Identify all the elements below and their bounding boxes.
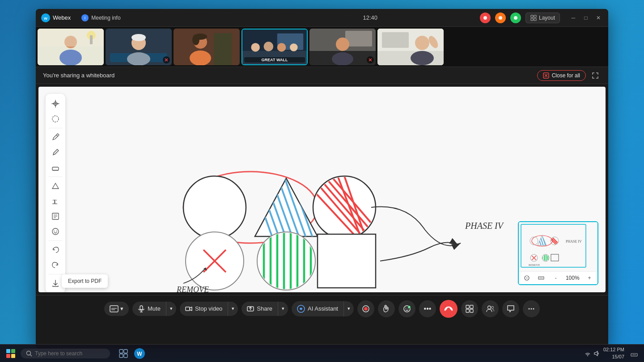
tool-move[interactable] (48, 97, 63, 111)
tool-divider-1 (48, 128, 63, 128)
caption-label: ▾ (120, 305, 123, 312)
participant-tile-5[interactable] (309, 29, 376, 65)
video-split-btn: Stop video ▾ (180, 302, 238, 316)
tile-name-4: GREAT WALL (244, 57, 305, 63)
system-tray (585, 350, 600, 357)
share-icon (247, 305, 254, 312)
bottom-more-btn[interactable] (523, 300, 540, 317)
taskbar-right: 02:12 PM 15/07 (585, 346, 640, 360)
svg-rect-11 (534, 18, 536, 21)
svg-point-68 (183, 176, 246, 239)
info-icon (81, 14, 89, 21)
svg-rect-169 (119, 349, 123, 353)
webex-icon: W (41, 13, 50, 22)
export-tooltip: Export to PDF (62, 274, 108, 288)
participant-tile-6[interactable] (377, 29, 444, 65)
zoom-out-icon: - (555, 275, 557, 281)
participant-tile-4[interactable]: GREAT WALL (242, 29, 308, 65)
svg-rect-4 (85, 17, 85, 17)
zoom-in-btn[interactable]: + (585, 274, 594, 282)
svg-rect-158 (466, 305, 469, 308)
video-dropdown[interactable]: ▾ (228, 302, 238, 315)
grid-layout-btn[interactable] (461, 300, 478, 317)
end-call-btn[interactable] (440, 300, 458, 318)
notification-icon (631, 350, 638, 357)
close-square-icon (543, 72, 549, 79)
tool-emoji[interactable] (48, 224, 63, 239)
svg-point-66 (56, 231, 57, 232)
share-btn[interactable]: Share (242, 302, 278, 316)
search-icon (26, 350, 32, 357)
video-icon (185, 305, 192, 312)
reaction-btn[interactable] (398, 300, 415, 317)
more-options-btn[interactable]: ••• (419, 300, 436, 317)
close-btn[interactable]: ✕ (594, 13, 603, 22)
tool-undo[interactable] (48, 243, 63, 257)
share-dropdown[interactable]: ▾ (278, 302, 288, 315)
start-btn[interactable] (4, 346, 18, 361)
title-bar-center: 12:40 (260, 14, 479, 21)
svg-rect-172 (124, 354, 127, 358)
chat-icon (507, 305, 515, 313)
tool-eraser[interactable] (48, 160, 63, 175)
caption-icon (110, 305, 119, 312)
tool-marker[interactable] (48, 145, 63, 160)
mute-dropdown[interactable]: ▾ (166, 302, 176, 315)
stop-video-btn[interactable]: Stop video (180, 302, 228, 316)
webex-logo: W Webex (41, 13, 71, 22)
svg-text:W: W (137, 351, 142, 357)
participant-tile-2[interactable] (106, 29, 172, 65)
svg-point-35 (264, 42, 273, 51)
zoom-out-btn[interactable]: - (551, 274, 560, 282)
close-for-all-btn[interactable]: Close for all (537, 70, 586, 81)
mic-icon (138, 305, 145, 312)
chat-btn[interactable] (502, 300, 519, 317)
tool-divider-4 (48, 274, 63, 274)
clock: 12:40 (363, 14, 377, 21)
participant-tile-3[interactable] (174, 29, 240, 65)
maximize-btn[interactable]: □ (581, 13, 590, 22)
minimap-content[interactable]: PHASE IV REMOVE (519, 222, 597, 271)
search-input[interactable] (35, 350, 97, 357)
participant-tile-1[interactable] (38, 29, 104, 65)
minimap-expand-btn[interactable] (537, 274, 546, 282)
webex-taskbar-btn[interactable]: W (132, 346, 147, 361)
time-display[interactable]: 02:12 PM 15/07 (603, 346, 624, 360)
svg-point-30 (192, 34, 199, 45)
tool-sticky[interactable] (48, 209, 63, 223)
layout-btn[interactable]: Layout (525, 13, 560, 23)
ai-dropdown[interactable]: ▾ (344, 302, 354, 315)
taskview-btn[interactable] (116, 346, 131, 361)
taskview-icon (119, 349, 128, 358)
volume-icon (593, 350, 600, 357)
mute-btn[interactable]: Mute (132, 302, 166, 316)
minimap-fit-btn[interactable] (522, 274, 531, 282)
mute-split-btn: Mute ▾ (132, 302, 176, 316)
ai-assistant-btn[interactable]: AI Assistant (292, 301, 344, 316)
whiteboard-container: T (36, 84, 608, 295)
tool-pen[interactable] (48, 130, 63, 144)
whiteboard[interactable]: T (38, 87, 606, 292)
tool-export[interactable] (48, 276, 63, 290)
expand-btn[interactable] (589, 70, 601, 81)
tool-select[interactable] (48, 112, 63, 126)
svg-rect-143 (186, 307, 190, 311)
caption-btn[interactable]: ▾ (104, 302, 129, 316)
svg-point-48 (415, 36, 429, 50)
meeting-info-btn[interactable]: Meeting info (78, 13, 124, 23)
hand-raise-btn[interactable] (378, 300, 395, 317)
tool-redo[interactable] (48, 258, 63, 272)
minimize-btn[interactable]: ─ (569, 13, 578, 22)
tool-shapes[interactable] (48, 179, 63, 193)
tile-bg-3 (174, 29, 240, 65)
notification-btn[interactable] (628, 347, 640, 360)
clock-date: 15/07 (603, 354, 624, 360)
people-btn[interactable] (482, 300, 499, 317)
svg-text:PHASE IV: PHASE IV (566, 240, 582, 244)
svg-text:REMOVE: REMOVE (176, 285, 209, 292)
tool-text[interactable]: T (48, 194, 63, 208)
search-bar[interactable] (21, 349, 110, 358)
share-split-btn: Share ▾ (242, 302, 288, 316)
record-btn[interactable] (357, 300, 374, 317)
svg-point-5 (483, 16, 487, 20)
